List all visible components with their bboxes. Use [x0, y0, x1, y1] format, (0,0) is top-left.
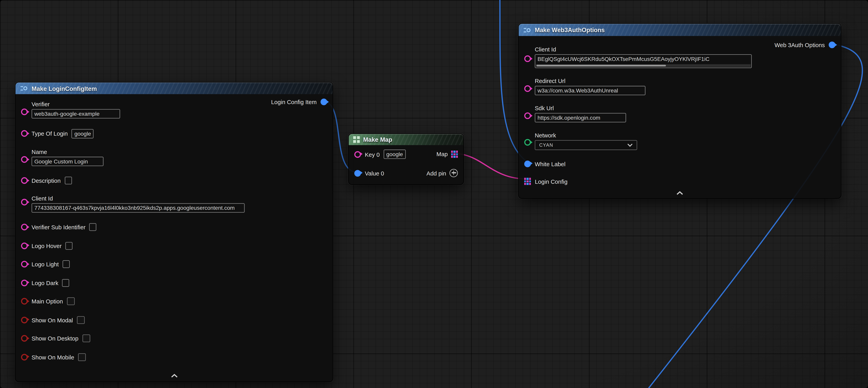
pin-row: Description — [21, 176, 327, 185]
node-body: Key 0 google Map Value 0 Add pin — [349, 145, 463, 184]
network-dropdown[interactable]: CYAN — [535, 140, 637, 150]
collapse-chevron-icon[interactable] — [170, 370, 178, 380]
wire[interactable] — [455, 153, 526, 179]
blueprint-editor-window: Make LoginConfigItem Login Config Item V… — [0, 0, 868, 388]
logo-dark-input[interactable] — [62, 279, 69, 287]
pin-label: Verifier Sub Identifier — [32, 224, 86, 231]
client-id-input[interactable]: BEglQSgt4cUWcj6SKRdu5QkOXTsePmMcusG5EAoy… — [535, 54, 752, 68]
map-pin[interactable] — [524, 178, 531, 185]
add-pin-label: Add pin — [427, 170, 446, 176]
pin-row: Name Google Custom Login — [21, 148, 327, 166]
collapse-chevron-icon[interactable] — [676, 187, 684, 197]
map-grid-icon — [353, 136, 360, 143]
pin-row: White Label — [524, 159, 835, 168]
client-id-input[interactable]: 774338308167-q463s7kpvja16l4l0kko3nb925i… — [32, 203, 245, 213]
pin-row: Verifier Sub Identifier — [21, 223, 327, 231]
redirect-url-input[interactable]: w3a://com.w3a.Web3AuthUnreal — [535, 86, 646, 95]
struct-pin[interactable] — [354, 170, 361, 176]
bool-pin[interactable] — [21, 298, 28, 305]
verifier-sub-identifier-input[interactable] — [90, 223, 97, 231]
string-pin[interactable] — [21, 279, 28, 286]
pin-row: Logo Light — [21, 260, 327, 268]
node-header[interactable]: Make LoginConfigItem — [16, 82, 333, 94]
output-pin-label: Login Config Item — [271, 98, 316, 105]
node-make-loginconfigitem[interactable]: Make LoginConfigItem Login Config Item V… — [15, 82, 333, 382]
string-pin[interactable] — [21, 261, 28, 268]
output-pin-row: Login Config Item — [271, 98, 327, 105]
name-input[interactable]: Google Custom Login — [32, 157, 103, 166]
logo-hover-input[interactable] — [65, 242, 73, 249]
string-pin[interactable] — [354, 151, 361, 157]
node-title: Make LoginConfigItem — [32, 85, 97, 92]
pin-row: Logo Dark — [21, 278, 327, 287]
pin-label: Network — [535, 132, 637, 139]
pin-label: Value 0 — [365, 170, 384, 176]
string-pin[interactable] — [21, 242, 28, 249]
pin-label: Client Id — [535, 46, 752, 53]
struct-pin[interactable] — [524, 160, 531, 167]
show-on-modal-checkbox[interactable] — [77, 316, 85, 324]
string-pin[interactable] — [21, 199, 28, 205]
bool-pin[interactable] — [21, 317, 28, 323]
struct-output-pin[interactable] — [829, 41, 835, 48]
node-title: Make Web3AuthOptions — [535, 27, 605, 33]
map-output-row: Map — [436, 151, 458, 157]
pin-row: Redirect Url w3a://com.w3a.Web3AuthUnrea… — [524, 78, 835, 95]
bool-pin[interactable] — [21, 354, 28, 360]
pin-row: Main Option — [21, 297, 327, 305]
pin-row: Value 0 Add pin — [354, 169, 458, 177]
output-pin-label: Map — [436, 151, 447, 157]
pin-label: Verifier — [32, 101, 120, 108]
string-pin[interactable] — [21, 177, 28, 184]
make-struct-icon — [523, 27, 531, 33]
type-of-login-input[interactable]: google — [71, 129, 94, 138]
string-pin[interactable] — [21, 156, 28, 163]
pin-label: Description — [32, 177, 61, 184]
pin-label: Show On Mobile — [32, 354, 74, 360]
description-input[interactable] — [64, 177, 72, 184]
network-selected-value: CYAN — [539, 142, 553, 148]
make-struct-icon — [20, 85, 28, 91]
string-pin[interactable] — [524, 112, 531, 119]
key-0-input[interactable]: google — [383, 149, 406, 159]
main-option-checkbox[interactable] — [67, 297, 74, 305]
pin-row: Logo Hover — [21, 241, 327, 250]
pin-row: Show On Desktop — [21, 334, 327, 342]
add-pin-button[interactable]: Add pin — [427, 169, 458, 177]
show-on-mobile-checkbox[interactable] — [78, 353, 86, 361]
pin-label: Show On Modal — [32, 317, 73, 323]
node-header[interactable]: Make Map — [349, 134, 463, 145]
pin-label: Logo Light — [32, 261, 59, 268]
logo-light-input[interactable] — [63, 260, 70, 268]
output-pin-label: Web 3Auth Options — [775, 41, 825, 48]
pin-label: Sdk Url — [535, 105, 626, 111]
node-make-web3authoptions[interactable]: Make Web3AuthOptions Web 3Auth Options C… — [518, 23, 841, 199]
enum-pin[interactable] — [524, 139, 531, 146]
chevron-down-icon — [627, 143, 633, 147]
string-pin[interactable] — [21, 109, 28, 115]
add-pin-icon — [450, 169, 458, 177]
node-title: Make Map — [363, 136, 393, 143]
string-pin[interactable] — [524, 85, 531, 92]
map-output-pin[interactable] — [451, 151, 458, 157]
show-on-desktop-checkbox[interactable] — [82, 334, 90, 342]
blueprint-graph-canvas[interactable]: Make LoginConfigItem Login Config Item V… — [0, 0, 868, 388]
pin-label: Logo Hover — [32, 242, 62, 249]
string-pin[interactable] — [21, 130, 28, 137]
struct-output-pin[interactable] — [320, 98, 327, 105]
sdk-url-input[interactable]: https://sdk.openlogin.com — [535, 113, 626, 122]
pin-label: Main Option — [32, 298, 63, 305]
node-make-map[interactable]: Make Map Key 0 google Map Value 0 Add pi… — [348, 133, 464, 185]
verifier-input[interactable]: web3auth-google-example — [32, 109, 120, 118]
pin-row: Login Config — [524, 177, 835, 185]
string-pin[interactable] — [21, 224, 28, 231]
pin-row: Network CYAN — [524, 132, 835, 150]
node-header[interactable]: Make Web3AuthOptions — [519, 24, 841, 36]
pin-row: Show On Modal — [21, 316, 327, 324]
pin-label: Key 0 — [365, 151, 380, 157]
pin-row: Client Id BEglQSgt4cUWcj6SKRdu5QkOXTsePm… — [524, 46, 835, 68]
string-pin[interactable] — [524, 55, 531, 62]
pin-label: Login Config — [535, 178, 568, 185]
bool-pin[interactable] — [21, 335, 28, 342]
pin-label: White Label — [535, 160, 565, 167]
